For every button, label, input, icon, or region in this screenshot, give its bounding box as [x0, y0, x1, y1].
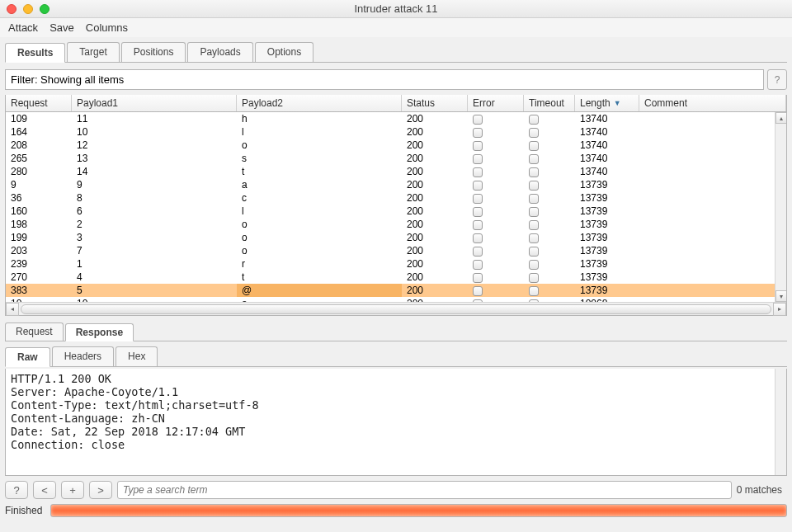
cell-length: 13739 [575, 191, 639, 205]
cell-length: 13739 [575, 231, 639, 244]
horizontal-scrollbar[interactable]: ◂ ▸ [6, 302, 786, 315]
checkbox-icon [473, 207, 483, 217]
table-row[interactable]: 1606l20013739 [6, 205, 786, 218]
menu-save[interactable]: Save [50, 21, 74, 34]
col-error[interactable]: Error [468, 95, 524, 111]
cell-comment [639, 152, 786, 165]
cell-length: 13739 [575, 257, 639, 271]
checkbox-icon [529, 141, 539, 151]
scroll-right-icon[interactable]: ▸ [773, 303, 786, 316]
tab-headers[interactable]: Headers [52, 346, 114, 366]
cell-comment [639, 244, 786, 257]
filter-box[interactable]: Filter: Showing all items [5, 69, 764, 90]
maximize-window-button[interactable] [40, 4, 50, 14]
table-row[interactable]: 16410l20013740 [6, 125, 786, 139]
col-status[interactable]: Status [402, 95, 468, 111]
col-request[interactable]: Request [6, 95, 72, 111]
cell-length: 13740 [575, 165, 639, 178]
tab-raw[interactable]: Raw [5, 347, 50, 367]
table-row[interactable]: 10911h20013740 [6, 112, 786, 125]
cell-payload2: @ [237, 284, 402, 297]
checkbox-icon [473, 181, 483, 191]
cell-length: 13739 [575, 244, 639, 257]
cell-timeout [524, 112, 575, 125]
menu-columns[interactable]: Columns [86, 21, 128, 34]
tab-options[interactable]: Options [255, 42, 314, 62]
cell-status: 200 [402, 284, 468, 297]
cell-comment [639, 218, 786, 231]
table-row[interactable]: 1982o20013739 [6, 218, 786, 231]
col-length[interactable]: Length▼ [575, 95, 639, 111]
scroll-left-icon[interactable]: ◂ [6, 303, 19, 316]
tab-results[interactable]: Results [5, 43, 65, 63]
search-input[interactable] [117, 481, 732, 499]
table-row[interactable]: 20812o20013740 [6, 139, 786, 152]
cell-payload2: s [237, 152, 402, 165]
cell-request: 265 [6, 152, 72, 165]
cell-request: 198 [6, 218, 72, 231]
cell-request: 280 [6, 165, 72, 178]
cell-payload2: t [237, 271, 402, 284]
checkbox-icon [473, 286, 483, 296]
response-raw-view[interactable]: HTTP/1.1 200 OK Server: Apache-Coyote/1.… [5, 369, 787, 476]
col-payload1[interactable]: Payload1 [72, 95, 237, 111]
table-row[interactable]: 26513s20013740 [6, 152, 786, 165]
table-row[interactable]: 2037o20013739 [6, 244, 786, 257]
table-row[interactable]: 2391r20013739 [6, 257, 786, 271]
scroll-up-icon[interactable]: ▴ [776, 112, 786, 124]
table-row[interactable]: 3835@20013739 [6, 284, 786, 297]
table-row[interactable]: 99a20013739 [6, 178, 786, 191]
tab-positions[interactable]: Positions [121, 42, 186, 62]
search-help-button[interactable]: ? [5, 481, 28, 499]
table-row[interactable]: 2704t20013739 [6, 271, 786, 284]
footer: Finished [0, 502, 792, 520]
cell-comment [639, 284, 786, 297]
checkbox-icon [529, 154, 539, 164]
minimize-window-button[interactable] [23, 4, 33, 14]
response-scrollbar[interactable] [775, 369, 786, 475]
cell-request: 9 [6, 178, 72, 191]
cell-length: 13740 [575, 152, 639, 165]
table-row[interactable]: 1993o20013739 [6, 231, 786, 244]
cell-payload1: 3 [72, 231, 237, 244]
search-prev-button[interactable]: < [33, 481, 56, 499]
tab-response[interactable]: Response [65, 323, 134, 341]
cell-error [468, 178, 524, 191]
tab-hex[interactable]: Hex [116, 346, 158, 366]
cell-payload1: 8 [72, 191, 237, 205]
col-timeout[interactable]: Timeout [524, 95, 575, 111]
cell-payload2: h [237, 112, 402, 125]
col-comment[interactable]: Comment [639, 95, 786, 111]
cell-request: 36 [6, 191, 72, 205]
checkbox-icon [529, 220, 539, 230]
cell-comment [639, 112, 786, 125]
col-payload2[interactable]: Payload2 [237, 95, 402, 111]
cell-timeout [524, 191, 575, 205]
checkbox-icon [529, 207, 539, 217]
table-row[interactable]: 28014t20013740 [6, 165, 786, 178]
search-add-button[interactable]: + [61, 481, 84, 499]
cell-request: 383 [6, 284, 72, 297]
scroll-thumb[interactable] [21, 304, 771, 314]
table-row[interactable]: 368c20013739 [6, 191, 786, 205]
sort-desc-icon: ▼ [614, 99, 621, 107]
cell-payload2: o [237, 218, 402, 231]
tab-request[interactable]: Request [5, 322, 64, 341]
menu-attack[interactable]: Attack [8, 21, 38, 34]
cell-timeout [524, 178, 575, 191]
checkbox-icon [529, 194, 539, 204]
checkbox-icon [473, 260, 483, 270]
checkbox-icon [529, 233, 539, 243]
close-window-button[interactable] [7, 4, 16, 14]
cell-request: 164 [6, 125, 72, 139]
cell-status: 200 [402, 139, 468, 152]
search-next-button[interactable]: > [89, 481, 112, 499]
cell-status: 200 [402, 271, 468, 284]
vertical-scrollbar[interactable]: ▴ ▾ [775, 112, 786, 302]
scroll-down-icon[interactable]: ▾ [776, 290, 786, 302]
tab-payloads[interactable]: Payloads [187, 42, 252, 62]
tab-target[interactable]: Target [67, 42, 119, 62]
cell-comment [639, 165, 786, 178]
help-button[interactable]: ? [767, 69, 787, 90]
cell-payload1: 12 [72, 139, 237, 152]
